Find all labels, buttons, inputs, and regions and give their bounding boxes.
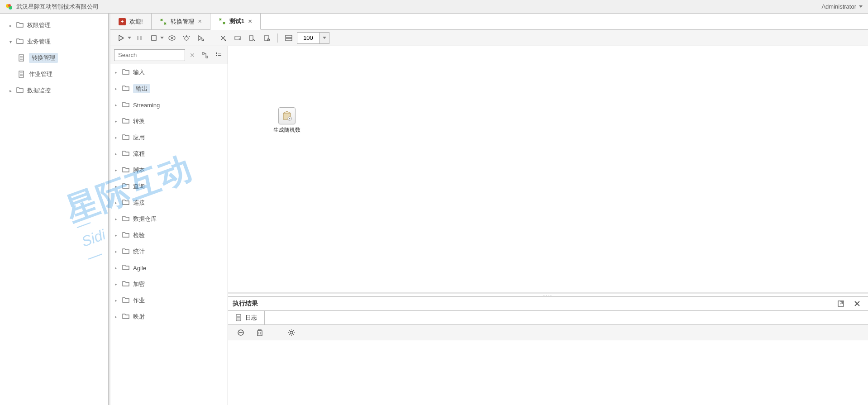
zoom-input[interactable]	[297, 32, 320, 44]
svg-line-20	[189, 36, 190, 37]
palette-category[interactable]: ▸作业	[110, 292, 228, 309]
palette-category-label: Agile	[133, 265, 146, 272]
palette-category[interactable]: ▸查询	[110, 178, 228, 195]
folder-icon	[122, 264, 129, 272]
tab-close-icon[interactable]: ✕	[198, 19, 202, 24]
palette-category[interactable]: ▸输出	[110, 81, 228, 97]
expand-icon: ▸	[8, 88, 13, 93]
svg-rect-34	[218, 53, 221, 53]
palette-search-input[interactable]	[114, 49, 185, 61]
palette-category[interactable]: ▸输入	[110, 64, 228, 81]
svg-point-2	[8, 4, 11, 7]
log-settings-icon[interactable]	[285, 326, 298, 339]
palette-category[interactable]: ▸Agile	[110, 260, 228, 276]
folder-icon	[122, 281, 129, 288]
results-close-icon[interactable]	[851, 297, 863, 310]
expand-icon: ▸	[115, 249, 119, 254]
svg-rect-12	[137, 36, 138, 40]
palette-category[interactable]: ▸流程	[110, 146, 228, 162]
palette-category[interactable]: ▸脚本	[110, 162, 228, 178]
log-clear-icon[interactable]	[253, 326, 266, 339]
svg-rect-13	[140, 36, 142, 40]
tab-label: 测试1	[229, 17, 244, 25]
replay-button[interactable]	[195, 32, 207, 44]
palette-category-label: 加密	[133, 280, 145, 288]
sidebar-item[interactable]: ▸数据监控	[0, 82, 108, 99]
editor-toolbar	[110, 30, 868, 46]
sidebar-item-label: 权限管理	[27, 21, 51, 29]
log-disable-icon[interactable]	[234, 326, 247, 339]
stop-button[interactable]	[148, 32, 160, 44]
expand-icon: ▸	[115, 152, 119, 156]
impact-button[interactable]	[260, 32, 273, 44]
debug-button[interactable]	[180, 32, 193, 44]
svg-rect-33	[216, 55, 217, 56]
zoom-dropdown[interactable]	[320, 32, 329, 44]
canvas-step-node[interactable]: 生成随机数	[273, 107, 300, 134]
log-output	[228, 340, 868, 405]
explore-button[interactable]	[231, 32, 244, 44]
results-expand-icon[interactable]	[835, 297, 847, 310]
step-palette: ✕ ▸输入▸输出▸Streaming▸转换▸应用▸流程▸脚本▸查询▸连接▸数据仓…	[110, 46, 228, 405]
sidebar-item[interactable]: 作业管理	[0, 66, 108, 82]
palette-category-label: 连接	[133, 199, 145, 207]
run-button[interactable]	[115, 32, 128, 44]
user-label: Administrator	[821, 3, 856, 10]
sql-button[interactable]	[217, 32, 229, 44]
sidebar-item-label: 业务管理	[27, 38, 51, 46]
run-dropdown-icon[interactable]	[128, 37, 131, 39]
palette-category[interactable]: ▸应用	[110, 129, 228, 146]
svg-point-16	[171, 37, 173, 39]
svg-rect-30	[202, 52, 204, 54]
preview-button[interactable]	[166, 32, 178, 44]
transform-icon	[160, 18, 167, 25]
editor-tab[interactable]: 转换管理✕	[152, 14, 210, 29]
sidebar-item[interactable]: 转换管理	[0, 50, 108, 66]
tab-close-icon[interactable]: ✕	[248, 19, 252, 24]
folder-icon	[122, 101, 129, 109]
analyze-button[interactable]	[246, 32, 258, 44]
results-tab[interactable]: 日志	[228, 311, 265, 324]
svg-rect-35	[218, 55, 221, 56]
topbar: 武汉星际互动智能技术有限公司 Administrator	[0, 0, 868, 14]
file-icon	[18, 71, 25, 78]
stop-dropdown-icon[interactable]	[160, 37, 164, 39]
pause-button[interactable]	[133, 32, 146, 44]
expand-icon: ▾	[8, 39, 13, 44]
svg-point-23	[225, 39, 226, 41]
palette-category[interactable]: ▸统计	[110, 243, 228, 260]
palette-tree-icon[interactable]	[200, 50, 210, 61]
svg-rect-29	[286, 38, 292, 41]
editor-tab[interactable]: ✦欢迎!	[110, 14, 152, 29]
svg-line-57	[289, 334, 290, 335]
svg-point-38	[289, 118, 291, 119]
step-label: 生成随机数	[273, 126, 300, 134]
layout-button[interactable]	[282, 32, 295, 44]
palette-list-icon[interactable]	[213, 50, 224, 61]
canvas[interactable]: 生成随机数	[228, 46, 868, 294]
sidebar-item[interactable]: ▾业务管理	[0, 33, 108, 50]
palette-category[interactable]: ▸连接	[110, 195, 228, 211]
expand-icon: ▸	[115, 168, 119, 172]
palette-category[interactable]: ▸Streaming	[110, 97, 228, 113]
palette-category[interactable]: ▸数据仓库	[110, 211, 228, 227]
palette-category[interactable]: ▸转换	[110, 113, 228, 129]
palette-category[interactable]: ▸加密	[110, 276, 228, 292]
svg-rect-14	[152, 36, 156, 40]
palette-category-label: 应用	[133, 133, 145, 142]
expand-icon: ▸	[8, 23, 13, 28]
folder-icon	[122, 297, 129, 304]
svg-point-17	[185, 37, 188, 40]
folder-icon	[122, 118, 129, 125]
user-menu[interactable]: Administrator	[821, 3, 863, 10]
app-logo-icon	[5, 3, 13, 10]
palette-category[interactable]: ▸检验	[110, 227, 228, 243]
results-panel: 执行结果 日志	[228, 296, 868, 405]
palette-category[interactable]: ▸映射	[110, 309, 228, 325]
sidebar-item[interactable]: ▸权限管理	[0, 17, 108, 33]
palette-category-label: 作业	[133, 296, 145, 305]
expand-icon: ▸	[115, 298, 119, 303]
editor-tab[interactable]: 测试1✕	[210, 14, 261, 30]
palette-clear-icon[interactable]: ✕	[188, 52, 197, 59]
palette-category-label: 转换	[133, 117, 145, 125]
